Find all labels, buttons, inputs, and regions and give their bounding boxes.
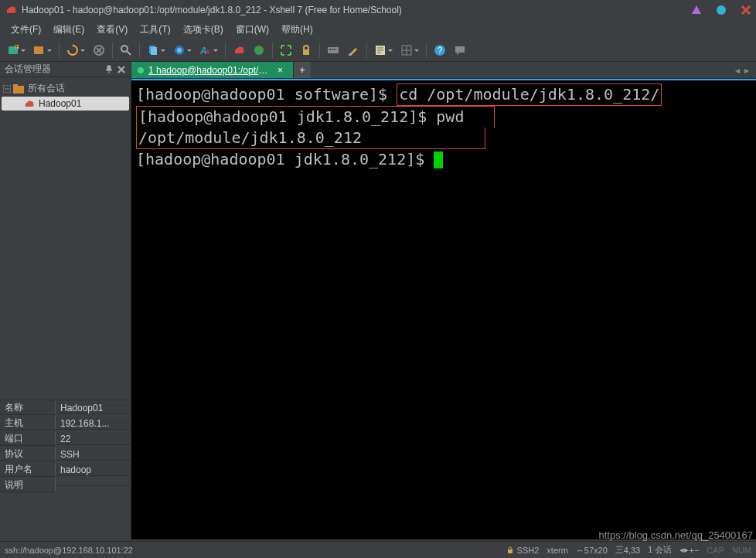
menu-window[interactable]: 窗口(W) [230,22,275,38]
svg-point-14 [254,46,264,55]
prop-value: hadoop [56,464,131,476]
prop-key: 名称 [0,401,56,415]
help-icon[interactable]: ? [431,42,448,59]
lock-icon[interactable] [298,42,315,59]
app-icon [5,4,17,16]
prop-value [56,485,131,486]
svg-text:?: ? [438,46,442,55]
maximize-button[interactable] [716,5,727,15]
search-icon[interactable] [117,42,135,59]
new-tab-button[interactable]: + [294,62,311,78]
xshell-icon[interactable] [230,42,247,59]
fullscreen-icon[interactable] [278,42,295,59]
prop-value: SSH [56,449,131,461]
right-pane: 1 hadoop@hadoop01:/opt/m... × + ◂ ▸ [had… [131,62,756,539]
svg-rect-19 [334,49,335,50]
status-size: ↔ 57x20 [576,546,608,555]
chat-icon[interactable] [451,42,468,59]
tab-hadoop01[interactable]: 1 hadoop@hadoop01:/opt/m... × [131,62,294,78]
prop-key: 端口 [0,432,56,446]
menu-help[interactable]: 帮助(H) [275,22,319,38]
session-panel-title: 会话管理器 [5,63,101,76]
folder-icon [12,83,25,94]
tree-item-hadoop01[interactable]: Hadoop01 [2,97,129,111]
menu-tab[interactable]: 选项卡(B) [177,22,230,38]
window-title: Hadoop01 - hadoop@hadoop01:/opt/module/j… [22,5,677,15]
svg-rect-9 [151,47,157,55]
disconnect-icon[interactable] [90,42,107,59]
term-prompt: [hadoop@hadoop01 software]$ [136,85,397,104]
session-panel-header: 会话管理器 [0,62,131,77]
new-session-icon[interactable] [5,42,22,59]
status-cap: CAP [707,546,724,555]
open-session-icon[interactable] [31,42,48,59]
prop-row: 端口22 [0,431,131,447]
layout-icon[interactable] [398,42,415,59]
svg-point-1 [717,5,726,15]
term-cmd: cd /opt/module/jdk1.8.0_212/ [397,83,662,106]
menu-view[interactable]: 查看(V) [90,22,134,38]
menu-tools[interactable]: 工具(T) [134,22,176,38]
status-ssh: SSH2 [506,546,540,555]
svg-rect-15 [303,49,309,55]
menu-bar: 文件(F) 编辑(E) 查看(V) 工具(T) 选项卡(B) 窗口(W) 帮助(… [0,20,756,39]
highlight-icon[interactable] [345,42,362,59]
pin-icon[interactable] [104,65,114,74]
session-tree[interactable]: 所有会话 Hadoop01 [0,77,131,400]
svg-rect-20 [349,54,351,56]
prop-row: 主机192.168.1... [0,416,131,431]
lock-small-icon [506,546,514,554]
tab-label: 1 hadoop@hadoop01:/opt/m... [148,65,273,76]
svg-text:A: A [205,49,209,56]
close-button[interactable] [741,5,751,15]
session-icon [23,98,36,109]
term-prompt: [hadoop@hadoop01 jdk1.8.0_212]$ [136,150,434,168]
prop-value: 192.168.1... [56,418,131,430]
collapse-icon[interactable] [3,85,11,93]
svg-rect-26 [13,86,24,94]
keyboard-icon[interactable] [325,42,342,59]
panel-close-icon[interactable] [117,65,126,74]
tab-next-icon[interactable]: ▸ [744,65,749,76]
status-sessions: 1 会话 [648,544,672,556]
menu-edit[interactable]: 编辑(E) [47,22,90,38]
prop-key: 用户名 [0,463,56,477]
tree-root[interactable]: 所有会话 [2,80,129,97]
terminal[interactable]: [hadoop@hadoop01 software]$ cd /opt/modu… [131,79,756,539]
prop-value: 22 [56,434,131,445]
copy-icon[interactable] [145,42,162,59]
tab-prev-icon[interactable]: ◂ [735,65,740,76]
svg-marker-0 [692,5,701,14]
main-area: 会话管理器 所有会话 Hadoop01 名称Hadoop01 主机192.168… [0,62,756,539]
prop-row: 协议SSH [0,447,131,462]
session-panel: 会话管理器 所有会话 Hadoop01 名称Hadoop01 主机192.168… [0,62,131,539]
tab-close-icon[interactable]: × [278,65,287,76]
font-icon[interactable]: AA [197,42,214,59]
status-num: NUM [732,546,751,555]
term-output: /opt/module/jdk1.8.0_212 [138,128,362,147]
term-cmd: pwd [436,107,464,126]
svg-rect-18 [332,49,333,50]
prop-row: 名称Hadoop01 [0,400,131,416]
svg-point-11 [177,48,182,53]
status-connection: ssh://hadoop@192.168.10.101:22 [5,546,499,555]
tree-item-label: Hadoop01 [39,98,81,109]
status-nav[interactable]: ◂ ▸ + − [679,545,699,555]
svg-rect-27 [13,84,18,87]
title-bar: Hadoop01 - hadoop@hadoop01:/opt/module/j… [0,0,756,20]
prop-key: 主机 [0,417,56,430]
tree-root-label: 所有会话 [28,82,65,95]
tab-nav: ◂ ▸ [728,62,756,78]
prop-row: 用户名hadoop [0,462,131,478]
prop-value: Hadoop01 [56,403,131,414]
minimize-button[interactable] [691,5,702,15]
script-icon[interactable] [372,42,389,59]
svg-rect-4 [34,46,43,54]
svg-rect-17 [329,49,331,50]
xftp-icon[interactable] [250,42,267,59]
reconnect-icon[interactable] [64,42,81,59]
paste-icon[interactable] [171,42,188,59]
cursor-icon [434,151,443,168]
tab-bar: 1 hadoop@hadoop01:/opt/m... × + ◂ ▸ [131,62,756,79]
menu-file[interactable]: 文件(F) [5,22,47,38]
